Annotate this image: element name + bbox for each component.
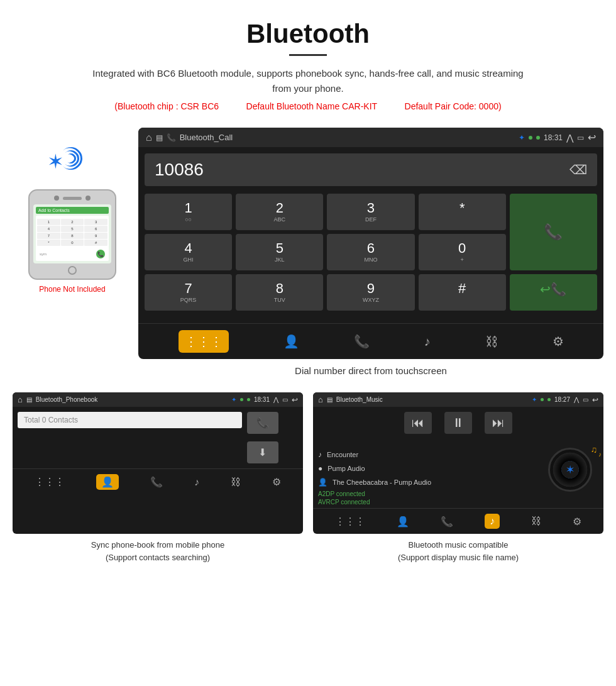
vinyl-area: ✶ ♫ ♪ <box>548 448 598 492</box>
footer-music-icon[interactable]: ♪ <box>424 335 431 349</box>
key-0[interactable]: 0+ <box>419 234 506 270</box>
menu-icon[interactable]: ▤ <box>156 133 163 142</box>
footer-dialpad-icon[interactable]: ⋮⋮⋮ <box>179 330 229 353</box>
footer-link-icon[interactable]: ⛓ <box>485 335 498 349</box>
ms-screen-title: Bluetooth_Music <box>336 396 528 403</box>
pb-footer-call[interactable]: 📞 <box>150 476 163 488</box>
phone-camera-2 <box>85 196 91 201</box>
phonebook-call-button[interactable]: 📞 <box>247 412 278 434</box>
ms-time: 18:27 <box>554 396 570 403</box>
phone-dial-8[interactable]: 8 <box>61 233 84 239</box>
contacts-search-input[interactable]: Total 0 Contacts <box>18 412 242 428</box>
key-4[interactable]: 4GHI <box>145 234 232 270</box>
music-controls: ⏮ ⏸ ⏭ <box>313 407 603 439</box>
phonebook-caption: Sync phone-book from mobile phone (Suppo… <box>13 539 303 563</box>
add-contacts-label: Add to Contacts <box>38 208 70 213</box>
next-button[interactable]: ⏭ <box>485 412 512 434</box>
pb-dot1 <box>240 398 243 401</box>
ms-footer-settings[interactable]: ⚙ <box>573 516 581 528</box>
phone-call-button[interactable]: 📞 <box>96 250 105 258</box>
main-content: ✶ Add to Contacts <box>0 128 616 573</box>
ms-back[interactable]: ↩ <box>592 396 598 404</box>
key-star[interactable]: * <box>419 194 506 230</box>
spec1: (Bluetooth chip : CSR BC6 <box>114 101 219 111</box>
key-2[interactable]: 2ABC <box>236 194 323 230</box>
key-5[interactable]: 5JKL <box>236 234 323 270</box>
pb-expand[interactable]: ⋀ <box>273 396 278 403</box>
pb-footer-dialpad[interactable]: ⋮⋮⋮ <box>35 476 65 488</box>
ms-footer-contacts[interactable]: 👤 <box>397 516 409 528</box>
music-note-2: ♪ <box>598 451 602 458</box>
ms-footer-link[interactable]: ⛓ <box>531 516 541 527</box>
track-2: ● Pump Audio <box>318 462 542 475</box>
pb-back[interactable]: ↩ <box>292 396 298 404</box>
phone-dial-2[interactable]: 2 <box>61 219 84 225</box>
back-icon[interactable]: ↩ <box>588 131 596 143</box>
expand-icon[interactable]: ⋀ <box>566 133 573 143</box>
key-hash[interactable]: # <box>419 274 506 311</box>
key-3[interactable]: 3DEF <box>327 194 414 230</box>
ms-menu-icon[interactable]: ▤ <box>327 396 333 403</box>
phonebook-caption-line2: (Support contacts searching) <box>106 553 210 562</box>
pb-window[interactable]: ▭ <box>282 396 288 403</box>
ms-expand[interactable]: ⋀ <box>574 396 579 403</box>
phone-dial-0[interactable]: 0 <box>61 240 84 246</box>
pb-footer-music[interactable]: ♪ <box>194 477 199 488</box>
key-8[interactable]: 8TUV <box>236 274 323 311</box>
track-2-name: Pump Audio <box>327 465 365 472</box>
phonebook-download-button[interactable]: ⬇ <box>247 441 278 463</box>
pb-menu-icon[interactable]: ▤ <box>26 396 32 403</box>
screen-title: Bluetooth_Call <box>180 133 233 142</box>
footer-contacts-icon[interactable]: 👤 <box>283 334 299 349</box>
ms-footer-call[interactable]: 📞 <box>441 516 453 528</box>
music-caption-line2: (Support display music file name) <box>398 553 519 562</box>
bt-vinyl-icon: ✶ <box>566 465 574 475</box>
track-list: ♪ Encounter ● Pump Audio 👤 The Cheebacab… <box>318 448 542 506</box>
phone-dial-1[interactable]: 1 <box>37 219 60 225</box>
backspace-button[interactable]: ⌫ <box>569 162 587 177</box>
key-7[interactable]: 7PQRS <box>145 274 232 311</box>
phone-home-button-area <box>33 266 111 275</box>
phone-dial-5[interactable]: 5 <box>61 226 84 232</box>
window-icon[interactable]: ▭ <box>577 133 584 142</box>
key-1[interactable]: 1○○ <box>145 194 232 230</box>
a2dp-status: A2DP connected <box>318 490 542 497</box>
phone-contacts-area: 1 2 3 4 5 6 7 8 9 * 0 # <box>36 216 109 261</box>
pb-dot2 <box>247 398 250 401</box>
call-button[interactable]: 📞 <box>510 194 597 270</box>
vinyl-inner: ✶ <box>561 461 579 479</box>
vinyl-record: ✶ <box>548 448 592 492</box>
pb-footer-link[interactable]: ⛓ <box>231 477 241 488</box>
ms-window[interactable]: ▭ <box>583 396 588 403</box>
phone-dial-6[interactable]: 6 <box>84 226 107 232</box>
key-6[interactable]: 6MNO <box>327 234 414 270</box>
footer-call-icon[interactable]: 📞 <box>354 334 370 349</box>
phone-home-circle[interactable] <box>68 266 77 275</box>
redial-button[interactable]: ↩📞 <box>510 274 597 311</box>
key-9[interactable]: 9WXYZ <box>327 274 414 311</box>
pb-footer-contacts[interactable]: 👤 <box>96 474 119 490</box>
prev-button[interactable]: ⏮ <box>404 412 432 434</box>
time-display: 18:31 <box>544 133 563 142</box>
ms-home-icon[interactable]: ⌂ <box>318 395 323 404</box>
phone-dial-star[interactable]: * <box>37 240 60 246</box>
music-footer: ⋮⋮⋮ 👤 📞 ♪ ⛓ ⚙ <box>313 508 603 534</box>
phone-dial-4[interactable]: 4 <box>37 226 60 232</box>
phone-dial-9[interactable]: 9 <box>84 233 107 239</box>
pb-footer-settings[interactable]: ⚙ <box>272 476 281 488</box>
phone-container: ✶ Add to Contacts <box>13 128 132 294</box>
ms-footer-dialpad[interactable]: ⋮⋮⋮ <box>335 516 365 528</box>
pb-home-icon[interactable]: ⌂ <box>18 395 23 404</box>
phone-dial-3[interactable]: 3 <box>84 219 107 225</box>
avrcp-status: AVRCP connected <box>318 499 542 506</box>
footer-settings-icon[interactable]: ⚙ <box>553 334 564 349</box>
play-pause-button[interactable]: ⏸ <box>444 412 472 434</box>
home-icon[interactable]: ⌂ <box>146 132 152 143</box>
phone-dial-7[interactable]: 7 <box>37 233 60 239</box>
phonebook-footer: ⋮⋮⋮ 👤 📞 ♪ ⛓ ⚙ <box>13 468 303 495</box>
page-description: Integrated with BC6 Bluetooth module, su… <box>88 66 528 96</box>
ms-footer-music[interactable]: ♪ <box>485 514 500 529</box>
bottom-section: ⌂ ▤ Bluetooth_Phonebook ✦ 18:31 ⋀ ▭ ↩ To… <box>13 392 603 563</box>
track-3-name: The Cheebacabra - Pump Audio <box>333 479 431 486</box>
phone-dial-hash[interactable]: # <box>84 240 107 246</box>
